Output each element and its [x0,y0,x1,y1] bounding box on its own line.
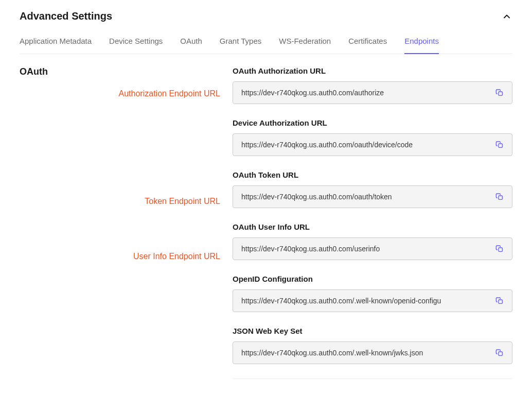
input-wrapper: https://dev-r740qkog.us.auth0.com/oauth/… [233,133,512,156]
content: OAuth Authorization Endpoint URL Token E… [20,66,512,379]
collapse-toggle[interactable] [503,13,510,20]
left-column: OAuth Authorization Endpoint URL Token E… [20,66,233,77]
tab-certificates[interactable]: Certificates [348,37,387,54]
annotation-userinfo: User Info Endpoint URL [133,252,220,261]
field-openid-configuration: OpenID Configuration https://dev-r740qko… [233,275,512,312]
svg-rect-4 [499,300,502,303]
oauth-authorization-url-input[interactable]: https://dev-r740qkog.us.auth0.com/author… [241,89,491,97]
annotation-authorization: Authorization Endpoint URL [119,89,220,98]
tab-ws-federation[interactable]: WS-Federation [279,37,331,54]
input-wrapper: https://dev-r740qkog.us.auth0.com/author… [233,81,512,104]
svg-rect-3 [499,248,502,251]
field-label: OpenID Configuration [233,275,512,283]
json-web-key-set-input[interactable]: https://dev-r740qkog.us.auth0.com/.well-… [241,349,491,357]
tab-endpoints[interactable]: Endpoints [404,37,439,54]
field-oauth-user-info-url: OAuth User Info URL https://dev-r740qkog… [233,222,512,260]
copy-button[interactable] [491,345,508,361]
chevron-up-icon [503,13,510,20]
copy-icon [495,297,504,305]
copy-button[interactable] [491,84,508,101]
field-label: Device Authorization URL [233,118,512,127]
svg-rect-5 [499,352,502,355]
field-oauth-authorization-url: OAuth Authorization URL https://dev-r740… [233,66,512,104]
copy-icon [495,89,504,97]
tabs: Application Metadata Device Settings OAu… [20,37,512,54]
copy-icon [495,245,504,253]
device-authorization-url-input[interactable]: https://dev-r740qkog.us.auth0.com/oauth/… [241,141,491,149]
openid-configuration-input[interactable]: https://dev-r740qkog.us.auth0.com/.well-… [241,297,491,305]
svg-rect-1 [499,144,502,147]
copy-button[interactable] [491,189,508,205]
tab-oauth[interactable]: OAuth [180,37,202,54]
copy-icon [495,193,504,201]
section-title-oauth: OAuth [20,66,233,77]
field-json-web-key-set: JSON Web Key Set https://dev-r740qkog.us… [233,327,512,364]
copy-button[interactable] [491,241,508,257]
svg-rect-2 [499,196,502,199]
field-label: OAuth Authorization URL [233,66,512,75]
copy-button[interactable] [491,293,508,309]
copy-button[interactable] [491,136,508,153]
right-column: OAuth Authorization URL https://dev-r740… [233,66,512,379]
field-label: JSON Web Key Set [233,327,512,335]
oauth-user-info-url-input[interactable]: https://dev-r740qkog.us.auth0.com/userin… [241,245,491,253]
page-title: Advanced Settings [20,10,112,22]
annotation-token: Token Endpoint URL [145,197,220,206]
copy-icon [495,349,504,357]
field-label: OAuth User Info URL [233,222,512,231]
tab-application-metadata[interactable]: Application Metadata [20,37,92,54]
field-device-authorization-url: Device Authorization URL https://dev-r74… [233,118,512,156]
divider [233,379,512,379]
input-wrapper: https://dev-r740qkog.us.auth0.com/.well-… [233,341,512,364]
field-label: OAuth Token URL [233,170,512,179]
tab-grant-types[interactable]: Grant Types [220,37,261,54]
input-wrapper: https://dev-r740qkog.us.auth0.com/oauth/… [233,185,512,208]
oauth-token-url-input[interactable]: https://dev-r740qkog.us.auth0.com/oauth/… [241,193,491,201]
input-wrapper: https://dev-r740qkog.us.auth0.com/userin… [233,237,512,260]
advanced-settings-header: Advanced Settings [20,10,512,22]
tab-device-settings[interactable]: Device Settings [109,37,163,54]
field-oauth-token-url: OAuth Token URL https://dev-r740qkog.us.… [233,170,512,208]
svg-rect-0 [499,92,502,95]
input-wrapper: https://dev-r740qkog.us.auth0.com/.well-… [233,289,512,312]
copy-icon [495,141,504,149]
